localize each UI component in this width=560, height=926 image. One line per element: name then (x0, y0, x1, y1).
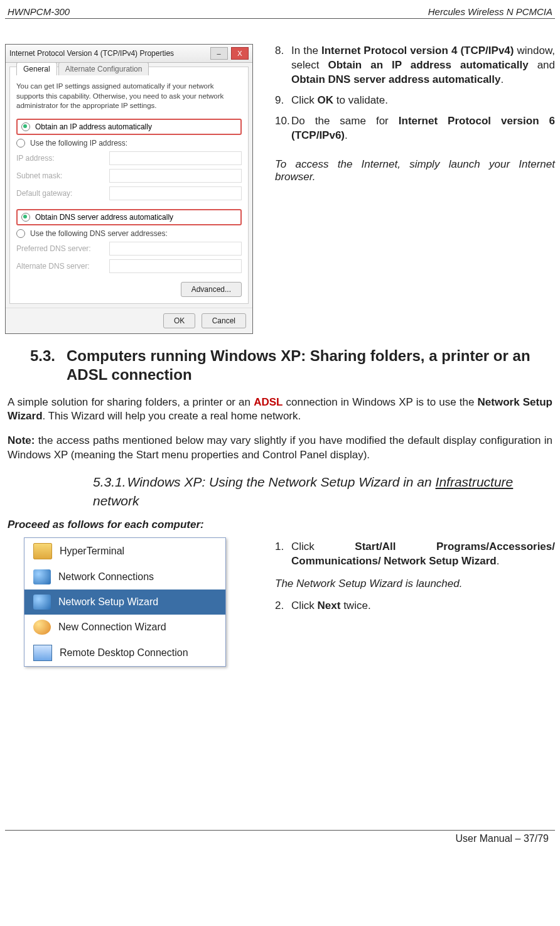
proceed-instruction: Proceed as follows for each computer: (8, 519, 552, 531)
para-simple-solution: A simple solution for sharing folders, a… (8, 396, 552, 424)
dns2-input[interactable] (109, 259, 242, 273)
step-number: 2. (275, 599, 291, 613)
menu-item-new-connection-wizard[interactable]: New Connection Wizard (24, 615, 225, 640)
step-number: 1. (275, 540, 291, 569)
window-buttons: – X (209, 47, 249, 60)
row-ipv4-dialog-and-steps: Internet Protocol Version 4 (TCP/IPv4) P… (5, 44, 555, 334)
step-number: 8. (275, 44, 291, 87)
radio-icon (21, 122, 30, 131)
dns1-input[interactable] (109, 242, 242, 256)
advanced-button[interactable]: Advanced... (181, 282, 242, 297)
radio-icon (16, 139, 25, 148)
step-10: 10. Do the same for Internet Protocol ve… (275, 114, 555, 143)
menu-item-network-setup-wizard[interactable]: Network Setup Wizard (24, 590, 225, 615)
steps-8-to-10: 8. In the Internet Protocol version 4 (T… (275, 44, 555, 334)
step-1: 1. Click Start/All Programs/Accessories/… (275, 540, 555, 569)
xp-communications-menu: HyperTerminal Network Connections Networ… (24, 537, 226, 667)
radio-icon (21, 213, 30, 222)
dialog-title-text: Internet Protocol Version 4 (TCP/IPv4) P… (9, 49, 174, 58)
section-title: Computers running Windows XP: Sharing fo… (67, 347, 552, 384)
page-header: HWNPCM-300 Hercules Wireless N PCMCIA (5, 6, 555, 18)
minimize-button[interactable]: – (210, 47, 228, 60)
remote-desktop-icon (33, 645, 52, 661)
dialog-tabs: General Alternate Configuration (16, 62, 242, 75)
ok-button[interactable]: OK (163, 313, 195, 328)
gw-input[interactable] (109, 186, 242, 200)
field-default-gateway: Default gateway: (16, 186, 242, 200)
section-5-3-1-heading: 5.3.1.Windows XP: Using the Network Setu… (93, 473, 552, 510)
step-9: 9. Click OK to validate. (275, 94, 555, 108)
advanced-row: Advanced... (16, 282, 242, 297)
radio-icon (16, 229, 25, 238)
step-number: 9. (275, 94, 291, 108)
menu-item-label: Network Setup Wizard (58, 596, 158, 608)
ip-input[interactable] (109, 151, 242, 165)
dialog-description: You can get IP settings assigned automat… (16, 82, 242, 111)
step-8: 8. In the Internet Protocol version 4 (T… (275, 44, 555, 87)
adsl-term: ADSL (254, 396, 283, 408)
steps-1-to-2: 1. Click Start/All Programs/Accessories/… (275, 537, 555, 667)
xp-menu-figure: HyperTerminal Network Connections Networ… (5, 537, 256, 667)
infrastructure-term: Infrastructure (436, 475, 514, 489)
cancel-button[interactable]: Cancel (202, 313, 246, 328)
menu-item-label: New Connection Wizard (58, 622, 166, 633)
network-icon (33, 595, 51, 610)
tab-alternate-configuration[interactable]: Alternate Configuration (58, 62, 149, 75)
field-subnet-mask: Subnet mask: (16, 169, 242, 183)
field-preferred-dns: Preferred DNS server: (16, 242, 242, 256)
radio-label: Use the following IP address: (30, 139, 127, 148)
ipv4-dialog: Internet Protocol Version 4 (TCP/IPv4) P… (5, 44, 253, 334)
field-label: Default gateway: (16, 189, 104, 198)
radio-use-following-dns[interactable]: Use the following DNS server addresses: (16, 229, 242, 238)
field-alternate-dns: Alternate DNS server: (16, 259, 242, 273)
menu-item-label: Network Connections (58, 571, 154, 583)
close-button[interactable]: X (231, 47, 249, 60)
header-left: HWNPCM-300 (8, 6, 70, 17)
menu-item-label: HyperTerminal (60, 546, 124, 557)
radio-label: Use the following DNS server addresses: (30, 229, 168, 238)
header-right: Hercules Wireless N PCMCIA (428, 6, 552, 17)
tab-general[interactable]: General (16, 62, 57, 75)
ipv4-dialog-figure: Internet Protocol Version 4 (TCP/IPv4) P… (5, 44, 256, 334)
step-number: 10. (275, 114, 291, 143)
header-rule (5, 18, 555, 19)
row-xpmenu-and-steps: HyperTerminal Network Connections Networ… (5, 537, 555, 667)
field-ip-address: IP address: (16, 151, 242, 165)
section-5-3-heading: 5.3. Computers running Windows XP: Shari… (30, 347, 552, 384)
dialog-body: General Alternate Configuration You can … (9, 67, 249, 304)
field-label: Alternate DNS server: (16, 262, 104, 271)
radio-obtain-ip-auto[interactable]: Obtain an IP address automatically (16, 119, 242, 135)
step-2: 2. Click Next twice. (275, 599, 555, 613)
wizard-icon (33, 620, 51, 635)
menu-item-label: Remote Desktop Connection (60, 647, 188, 659)
browser-note: To access the Internet, simply launch yo… (275, 158, 555, 183)
radio-obtain-dns-auto[interactable]: Obtain DNS server address automatically (16, 209, 242, 225)
para-note-access-paths: Note: the access paths mentioned below m… (8, 434, 552, 463)
menu-item-remote-desktop-connection[interactable]: Remote Desktop Connection (24, 640, 225, 666)
network-icon (33, 569, 51, 584)
wizard-launched-note: The Network Setup Wizard is launched. (275, 578, 555, 590)
dialog-footer-buttons: OK Cancel (6, 308, 252, 333)
field-label: Preferred DNS server: (16, 244, 104, 253)
subsection-number: 5.3.1. (93, 475, 126, 489)
section-number: 5.3. (30, 347, 55, 384)
page-footer: User Manual – 37/79 (5, 830, 555, 847)
field-label: IP address: (16, 154, 104, 163)
radio-label: Obtain an IP address automatically (35, 122, 152, 131)
menu-item-network-connections[interactable]: Network Connections (24, 564, 225, 590)
menu-item-hyperterminal[interactable]: HyperTerminal (24, 538, 225, 564)
dialog-titlebar: Internet Protocol Version 4 (TCP/IPv4) P… (6, 45, 252, 63)
field-label: Subnet mask: (16, 171, 104, 180)
mask-input[interactable] (109, 169, 242, 183)
radio-label: Obtain DNS server address automatically (35, 213, 173, 222)
folder-icon (33, 543, 52, 559)
radio-use-following-ip[interactable]: Use the following IP address: (16, 139, 242, 148)
